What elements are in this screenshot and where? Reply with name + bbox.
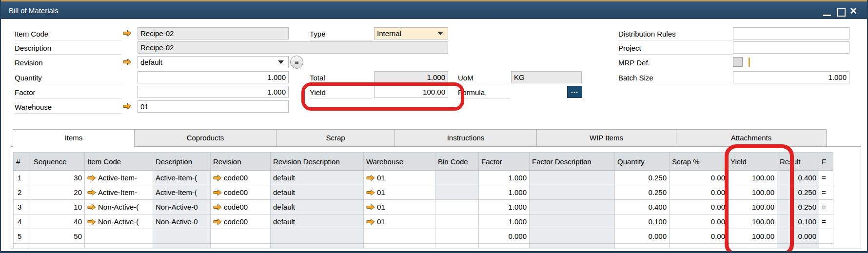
column-header-revision[interactable]: Revision [211,152,271,171]
maximize-icon[interactable] [837,8,846,17]
cursor-mark [749,58,750,67]
column-header--[interactable]: # [13,152,31,171]
link-arrow-icon[interactable] [123,103,132,111]
cell--[interactable]: 3 [13,200,31,214]
cell-scrap-[interactable]: 0.00 [670,214,728,229]
mrp-def-checkbox[interactable] [733,57,743,67]
tab-items[interactable]: Items [13,129,135,147]
cell-item-code[interactable]: Non-Active-( [85,200,153,214]
cell-yield[interactable]: 100.00 [728,214,777,229]
cell-revision[interactable]: code00 [211,171,271,185]
minimize-icon[interactable] [823,15,831,16]
cell-partial [530,244,615,248]
uom-label: UoM [458,72,510,84]
column-header-quantity[interactable]: Quantity [615,152,670,171]
cell-sequence[interactable]: 30 [31,171,85,185]
link-arrow-icon[interactable] [123,30,132,38]
cell-quantity[interactable]: 0.400 [615,200,670,214]
cell--[interactable]: 5 [13,229,31,244]
cell-f[interactable]: = [819,200,833,214]
cell-sequence[interactable]: 50 [31,229,85,244]
batch-size-field[interactable]: 1.000 [733,71,849,83]
cell-sequence[interactable]: 20 [31,185,85,200]
column-header-warehouse[interactable]: Warehouse [364,152,435,171]
column-header-revision-description[interactable]: Revision Description [271,152,364,171]
cell-quantity[interactable]: 0.250 [615,171,670,185]
cell--[interactable]: 2 [13,185,31,200]
cell-factor[interactable]: 1.000 [479,200,530,214]
tab-attachments[interactable]: Attachments [676,129,827,146]
quantity-field[interactable]: 1.000 [138,71,289,83]
cell--[interactable]: 4 [13,214,31,229]
link-arrow-icon[interactable] [123,58,132,67]
cell-revision[interactable]: code00 [211,185,271,200]
cell-scrap-[interactable]: 0.00 [670,200,728,214]
column-header-scrap-[interactable]: Scrap % [670,152,728,171]
cell-bin-code[interactable] [435,229,479,244]
cell-sequence[interactable]: 40 [31,214,85,229]
table-row: 310Non-Active-(Non-Active-0code00default… [13,200,833,214]
column-header-factor-description[interactable]: Factor Description [530,152,615,171]
cell-factor[interactable]: 0.000 [479,229,530,244]
column-header-result[interactable]: Result [777,152,819,171]
cell-f[interactable]: = [819,214,833,229]
project-field[interactable] [733,41,849,54]
cell-bin-code[interactable] [435,214,479,229]
tab-coproducts[interactable]: Coproducts [134,129,276,146]
distribution-rules-field[interactable] [733,27,849,39]
column-header-description[interactable]: Description [153,152,211,171]
yield-field[interactable]: 100.00 [374,86,448,98]
cell-yield[interactable]: 100.00 [728,171,777,185]
cell-scrap-[interactable]: 0.00 [670,229,728,244]
cell-scrap-[interactable]: 0.00 [670,171,728,185]
cell-item-code[interactable]: Active-Item- [85,171,153,185]
column-header-sequence[interactable]: Sequence [31,152,85,171]
cell-revision[interactable] [211,229,271,244]
cell-partial [364,244,435,248]
close-icon[interactable]: ✕ [849,5,857,17]
tab-scrap[interactable]: Scrap [276,129,395,146]
tab-instructions[interactable]: Instructions [395,129,537,146]
cell-result: 0.400 [777,171,819,185]
chevron-down-icon[interactable] [278,60,284,64]
cell-revision[interactable]: code00 [211,200,271,214]
cell-warehouse[interactable]: 01 [364,214,435,229]
cell-yield[interactable]: 100.00 [728,200,777,214]
revision-combo[interactable]: default [138,56,289,68]
cell-sequence[interactable]: 10 [31,200,85,214]
cell-warehouse[interactable]: 01 [364,200,435,214]
cell-quantity[interactable]: 0.100 [615,214,670,229]
cell-factor[interactable]: 1.000 [479,214,530,229]
cell-factor[interactable]: 1.000 [479,171,530,185]
cell-item-code[interactable]: Active-Item- [85,185,153,200]
cell--[interactable]: 1 [13,171,31,185]
tab-bar: ItemsCoproductsScrapInstructionsWIP Item… [13,129,827,147]
cell-warehouse[interactable]: 01 [364,185,435,200]
cell-item-code[interactable]: Non-Active-( [85,214,153,229]
column-header-yield[interactable]: Yield [728,152,777,171]
cell-yield[interactable]: 100.00 [728,229,777,244]
cell-f[interactable] [819,229,833,244]
revision-menu-button[interactable]: ≡ [290,56,303,69]
column-header-bin-code[interactable]: Bin Code [435,152,479,171]
cell-revision[interactable]: code00 [211,214,271,229]
chevron-down-icon[interactable] [437,32,443,35]
cell-f[interactable]: = [819,185,833,200]
cell-bin-code[interactable] [435,200,479,214]
cell-item-code[interactable] [85,229,153,244]
column-header-factor[interactable]: Factor [479,152,530,171]
cell-yield[interactable]: 100.00 [728,185,777,200]
column-header-item-code[interactable]: Item Code [85,152,153,171]
cell-factor[interactable]: 1.000 [479,185,530,200]
cell-warehouse[interactable]: 01 [364,171,435,185]
cell-scrap-[interactable]: 0.00 [670,185,728,200]
column-header-f[interactable]: F [819,152,833,171]
cell-warehouse[interactable] [364,229,435,244]
formula-button[interactable]: ... [567,86,582,98]
warehouse-field[interactable]: 01 [138,100,289,113]
cell-quantity[interactable]: 0.000 [615,229,670,244]
tab-wip-items[interactable]: WIP Items [536,129,676,146]
factor-field[interactable]: 1.000 [138,86,289,98]
cell-quantity[interactable]: 0.250 [615,185,670,200]
cell-f[interactable]: = [819,171,833,185]
